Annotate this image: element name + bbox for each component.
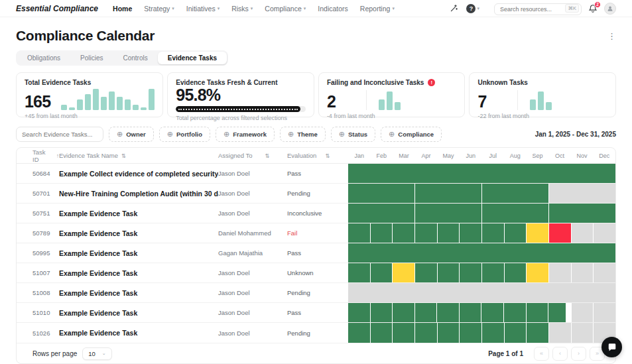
resource-search: ⌘K [494, 2, 582, 15]
filter-pill-framework[interactable]: ⊕Framework [216, 127, 275, 142]
tab-controls[interactable]: Controls [113, 52, 158, 64]
column-evaluation[interactable]: Evaluation ⇅ [287, 152, 348, 159]
spark-bar [109, 91, 115, 110]
pill-label: Framework [233, 131, 267, 138]
stat-card-total-evidence-tasks: Total Evidence Tasks165+45 from last mon… [16, 72, 163, 117]
timeline-segment [460, 263, 481, 282]
card-value: 7 [477, 93, 486, 110]
table-row[interactable]: 50701New-Hire Training Completion Audit … [17, 184, 615, 204]
timeline [348, 164, 615, 183]
evaluation: Pending [287, 190, 348, 197]
stat-card-evidence-tasks-fresh-current: Evidence Tasks Fresh & Current95.8%Total… [167, 72, 314, 117]
tab-evidence-tasks[interactable]: Evidence Tasks [158, 52, 227, 64]
nav-item-initiatives[interactable]: Initiatives▾ [186, 5, 220, 13]
filter-pill-theme[interactable]: ⊕Theme [280, 127, 326, 142]
tab-policies[interactable]: Policies [70, 52, 113, 64]
assignee: Jason Doel [218, 269, 287, 276]
tab-obligations[interactable]: Obligations [17, 52, 70, 64]
assignee: Jason Doel [218, 309, 287, 316]
nav-item-reporting[interactable]: Reporting▾ [360, 5, 395, 13]
filter-pill-portfolio[interactable]: ⊕Portfolio [159, 127, 210, 142]
next-page-button[interactable]: › [571, 347, 586, 361]
timeline-segment [371, 263, 393, 282]
rows-per-page-value: 10 [88, 350, 95, 357]
nav-menu: HomeStrategy▾Initiatives▾Risks▾Complianc… [113, 5, 395, 13]
assignee: Jason Doel [218, 170, 287, 177]
table-row[interactable]: 51010Example Evidence TaskJason DoelPass [17, 303, 615, 323]
chevron-down-icon: ▾ [477, 6, 479, 11]
task-name: Example Evidence Task [59, 229, 218, 237]
task-name: Example Evidence Task [59, 289, 218, 297]
timeline-segment [549, 184, 615, 203]
search-evidence-tasks-input[interactable] [16, 127, 103, 142]
timeline-segment [504, 303, 526, 322]
pill-label: Portfolio [176, 131, 202, 138]
filter-pill-status[interactable]: ⊕Status [331, 127, 375, 142]
column-task-name[interactable]: Evidence Task Name ⇅ [59, 152, 218, 159]
month-label: Oct [548, 152, 571, 159]
help-button[interactable]: ? ▾ [466, 4, 479, 13]
spark-bar [395, 102, 401, 110]
spark-bar [61, 105, 67, 110]
timeline-segment [437, 303, 459, 322]
page-content: Compliance Calendar ⋮ ObligationsPolicie… [0, 17, 632, 364]
table-row[interactable]: 51026Example Evidence TaskJason DoelPend… [17, 323, 615, 343]
nav-item-strategy[interactable]: Strategy▾ [144, 5, 174, 13]
timeline-segment [415, 204, 481, 223]
kebab-menu-icon[interactable]: ⋮ [607, 32, 616, 40]
first-page-button[interactable]: « [534, 347, 549, 361]
notifications-button[interactable]: 2 [588, 4, 598, 13]
chat-button[interactable] [601, 337, 622, 357]
task-id: 51026 [17, 330, 59, 337]
timeline-segment [572, 223, 594, 243]
chevron-down-icon: ⌄ [102, 351, 106, 356]
timeline-segment [482, 323, 504, 343]
user-avatar[interactable] [604, 3, 616, 15]
mini-bar-chart [379, 91, 401, 110]
chevron-down-icon: ▾ [218, 6, 220, 11]
task-id: 51010 [17, 309, 59, 316]
table-row[interactable]: 51008Example Evidence TaskJason DoelPend… [17, 283, 615, 303]
table-row[interactable]: 50751Example Evidence TaskJason DoelInco… [17, 204, 615, 223]
nav-item-home[interactable]: Home [113, 5, 132, 13]
prev-page-button[interactable]: ‹ [552, 347, 568, 361]
column-task-id[interactable]: Task ID ↑ [17, 149, 59, 163]
mini-bar-chart [61, 89, 155, 110]
filter-pill-compliance[interactable]: ⊕Compliance [381, 127, 442, 142]
nav-item-risks[interactable]: Risks▾ [231, 5, 253, 13]
evaluation: Pending [287, 289, 348, 296]
timeline-segment [415, 263, 437, 282]
stat-card-failing-and-inconclusive-tasks: Failing and Inconclusive Tasks!2-4 from … [318, 72, 466, 117]
card-subtitle: -22 from last month [477, 113, 607, 119]
spark-bar [387, 91, 393, 110]
nav-item-indicators[interactable]: Indicators [318, 5, 348, 13]
table-row[interactable]: 50789Example Evidence TaskDaniel Mohamme… [17, 223, 615, 243]
card-subtitle: +45 from last month [25, 113, 155, 119]
table-row[interactable]: 50995Example Evidence TaskGagan Majathia… [17, 243, 615, 263]
evaluation: Pass [287, 170, 348, 177]
spark-bar [125, 99, 131, 110]
month-label: Jun [460, 152, 482, 159]
task-name: Example Evidence Task [59, 269, 218, 277]
filter-pill-owner[interactable]: ⊕Owner [109, 127, 154, 142]
rows-per-page-select[interactable]: 10 ⌄ [82, 347, 111, 360]
table-row[interactable]: 51007Example Evidence TaskJason DoelUnkn… [17, 263, 615, 283]
timeline-segment [438, 323, 460, 343]
column-assigned-to[interactable]: Assigned To ⇅ [218, 152, 287, 159]
assignee: Gagan Majathia [218, 249, 287, 257]
alert-icon: ! [428, 79, 435, 86]
timeline [348, 184, 615, 203]
spark-bar [85, 94, 91, 110]
timeline-segment [505, 223, 527, 243]
avatar [604, 3, 616, 15]
filter-pills: ⊕Owner⊕Portfolio⊕Framework⊕Theme⊕Status⊕… [109, 127, 442, 142]
nav-item-compliance[interactable]: Compliance▾ [265, 5, 306, 13]
date-range[interactable]: Jan 1, 2025 - Dec 31, 2025 [535, 131, 616, 138]
month-label: Jan [348, 152, 371, 159]
sort-icon: ⇅ [265, 152, 270, 159]
timeline [348, 204, 615, 223]
table-row[interactable]: 50684Example Collect evidence of complet… [17, 164, 615, 184]
card-value: 165 [25, 93, 50, 110]
timeline-segment [549, 223, 571, 243]
magic-wand-icon[interactable] [450, 4, 458, 13]
